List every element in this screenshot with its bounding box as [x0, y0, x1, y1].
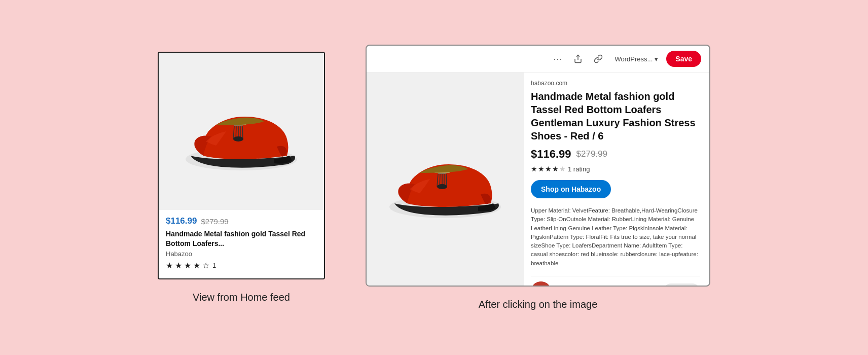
- detail-panel: ··· WordPress... ▾ Save: [366, 45, 710, 287]
- link-icon: [594, 54, 603, 63]
- detail-prices: $116.99 $279.99: [531, 148, 700, 161]
- left-section-label: View from Home feed: [193, 292, 290, 303]
- svg-point-19: [437, 184, 447, 189]
- stars-row: ★ ★ ★ ★ ☆ 1: [166, 261, 317, 270]
- detail-rating-count: 1 rating: [568, 165, 590, 173]
- brand-name: Habazoo: [166, 250, 317, 258]
- detail-description: Upper Material: VelvetFeature: Breathabl…: [531, 206, 700, 268]
- site-link[interactable]: habazoo.com: [531, 80, 700, 87]
- rating-count: 1: [212, 262, 216, 269]
- original-price: $279.99: [201, 217, 228, 226]
- product-title: Handmade Metal fashion gold Tassel Red B…: [166, 229, 317, 247]
- star-5-half: ☆: [202, 261, 209, 270]
- detail-star-1: ★: [531, 165, 537, 173]
- detail-original-price: $279.99: [576, 149, 607, 159]
- wordpress-dropdown[interactable]: WordPress... ▾: [610, 53, 662, 65]
- avatar-image: H: [531, 281, 551, 286]
- seller-row: H Habazoo ✓ 1.1k followers Follow: [531, 276, 700, 286]
- detail-top-bar: ··· WordPress... ▾ Save: [367, 46, 709, 73]
- svg-point-20: [531, 281, 551, 286]
- link-button[interactable]: [590, 51, 606, 67]
- detail-info: habazoo.com Handmade Metal fashion gold …: [524, 73, 709, 286]
- detail-shoe-image: [377, 128, 514, 230]
- detail-content: habazoo.com Handmade Metal fashion gold …: [367, 73, 709, 286]
- detail-stars: ★ ★ ★ ★ ★: [531, 165, 566, 173]
- seller-name: Habazoo: [556, 285, 584, 286]
- star-4: ★: [193, 261, 200, 270]
- feed-card[interactable]: $116.99 $279.99 Handmade Metal fashion g…: [158, 52, 325, 279]
- detail-star-4: ★: [552, 165, 559, 173]
- seller-avatar: H: [531, 281, 551, 286]
- dots-icon: ···: [553, 54, 562, 64]
- svg-point-9: [233, 136, 243, 141]
- more-options-button[interactable]: ···: [550, 51, 566, 67]
- detail-sale-price: $116.99: [531, 148, 571, 161]
- feed-card-image: [159, 53, 324, 210]
- star-3: ★: [184, 261, 191, 270]
- detail-star-5: ★: [559, 165, 566, 173]
- seller-name-row: Habazoo ✓: [556, 285, 658, 286]
- right-section: ··· WordPress... ▾ Save: [366, 45, 710, 310]
- shoe-image: [175, 81, 307, 182]
- seller-info: Habazoo ✓ 1.1k followers: [556, 285, 658, 286]
- detail-title: Handmade Metal fashion gold Tassel Red B…: [531, 90, 700, 143]
- right-section-label: After clicking on the image: [479, 299, 598, 310]
- follow-button[interactable]: Follow: [663, 283, 700, 286]
- sale-price: $116.99: [166, 216, 197, 226]
- feed-card-body: $116.99 $279.99 Handmade Metal fashion g…: [159, 210, 324, 278]
- detail-image-area: [367, 73, 524, 286]
- chevron-down-icon: ▾: [655, 55, 658, 63]
- share-icon: [573, 54, 583, 63]
- shop-button[interactable]: Shop on Habazoo: [531, 180, 611, 198]
- left-section: $116.99 $279.99 Handmade Metal fashion g…: [158, 52, 325, 303]
- star-1: ★: [166, 261, 173, 270]
- verified-icon: ✓: [586, 285, 591, 286]
- wordpress-label: WordPress...: [614, 55, 653, 63]
- price-row: $116.99 $279.99: [166, 216, 317, 226]
- detail-star-3: ★: [545, 165, 552, 173]
- save-button[interactable]: Save: [666, 51, 701, 67]
- star-2: ★: [175, 261, 182, 270]
- detail-rating: ★ ★ ★ ★ ★ 1 rating: [531, 165, 700, 173]
- detail-star-2: ★: [538, 165, 545, 173]
- share-button[interactable]: [570, 51, 586, 67]
